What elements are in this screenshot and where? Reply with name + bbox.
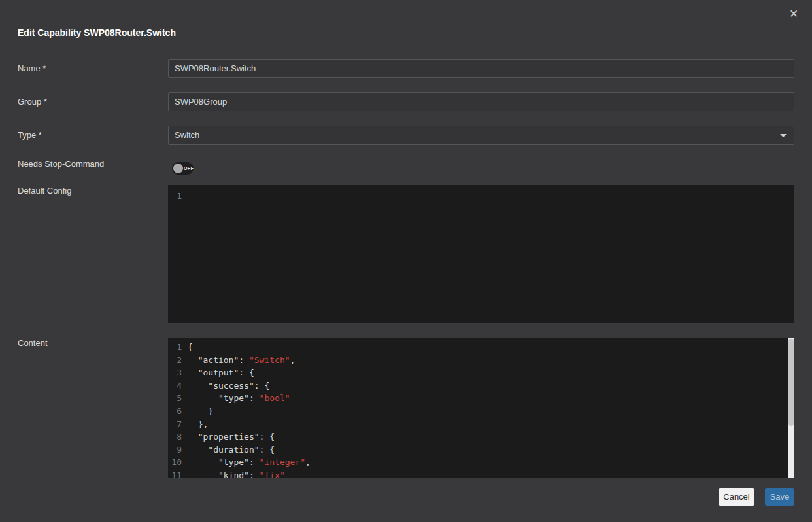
- content-code: { "action": "Switch", "output": { "succe…: [186, 338, 794, 478]
- needs-stop-command-toggle[interactable]: OFF: [172, 162, 194, 175]
- modal-title: Edit Capability SWP08Router.Switch: [18, 27, 176, 38]
- chevron-down-icon: [780, 134, 787, 137]
- toggle-knob: [173, 164, 183, 173]
- toggle-state-label: OFF: [184, 166, 194, 171]
- group-label: Group *: [18, 97, 47, 107]
- save-button[interactable]: Save: [765, 488, 794, 506]
- type-label: Type *: [18, 130, 42, 140]
- content-gutter: 1234567891011: [168, 338, 186, 478]
- type-select[interactable]: Switch: [168, 126, 794, 145]
- default-config-label: Default Config: [18, 186, 71, 196]
- content-editor[interactable]: 1234567891011 { "action": "Switch", "out…: [168, 338, 794, 478]
- type-select-value: Switch: [175, 130, 199, 140]
- name-label: Name *: [18, 63, 46, 73]
- content-label: Content: [18, 338, 48, 348]
- scrollbar-thumb[interactable]: [788, 339, 794, 426]
- cancel-button[interactable]: Cancel: [719, 488, 754, 506]
- close-icon[interactable]: ✕: [787, 8, 800, 21]
- group-input[interactable]: [168, 92, 794, 111]
- default-config-code: [186, 185, 794, 323]
- name-input[interactable]: [168, 59, 794, 78]
- content-editor-scrollbar[interactable]: [788, 338, 794, 478]
- needs-stop-command-label: Needs Stop-Command: [18, 159, 104, 169]
- default-config-gutter: 1: [168, 185, 186, 323]
- edit-capability-modal: ✕ Edit Capability SWP08Router.Switch Nam…: [0, 0, 812, 522]
- default-config-editor[interactable]: 1: [168, 185, 794, 323]
